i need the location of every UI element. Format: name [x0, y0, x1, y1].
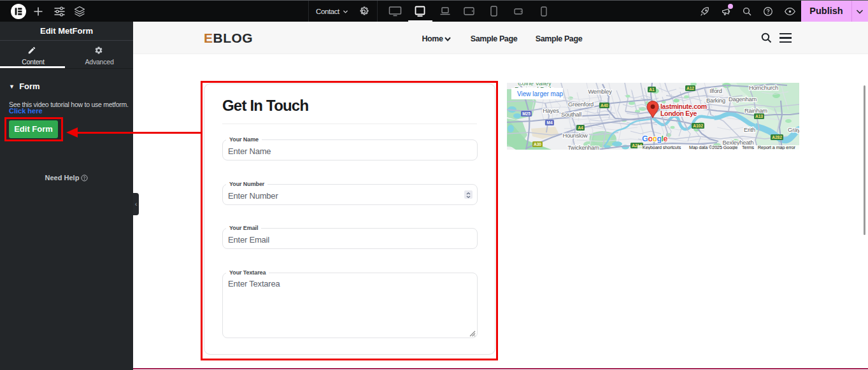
- svg-text:Terms: Terms: [742, 145, 755, 150]
- svg-text:Twickenham: Twickenham: [567, 145, 599, 150]
- svg-text:Greenford: Greenford: [568, 101, 594, 108]
- svg-text:M4: M4: [546, 120, 552, 125]
- svg-text:A12: A12: [687, 86, 694, 90]
- svg-text:A13: A13: [755, 114, 763, 118]
- svg-text:A1: A1: [649, 87, 655, 92]
- svg-text:Ilford: Ilford: [709, 88, 722, 94]
- svg-text:e: e: [664, 134, 668, 143]
- svg-text:A40: A40: [601, 103, 608, 108]
- svg-text:Rainham: Rainham: [744, 108, 767, 114]
- svg-text:A30: A30: [534, 142, 541, 146]
- svg-text:M25: M25: [522, 111, 530, 116]
- svg-text:Dagenham: Dagenham: [729, 96, 757, 103]
- svg-text:G: G: [642, 134, 648, 143]
- svg-text:Hornchurch: Hornchurch: [749, 85, 778, 91]
- svg-text:Report a map error: Report a map error: [758, 145, 796, 150]
- svg-text:Barking: Barking: [706, 97, 725, 104]
- svg-text:Map data ©2025 Google: Map data ©2025 Google: [689, 145, 737, 150]
- svg-text:A282: A282: [772, 135, 782, 139]
- svg-text:Grays: Grays: [788, 127, 799, 133]
- svg-text:Erith: Erith: [744, 127, 755, 133]
- svg-text:View larger map: View larger map: [517, 90, 564, 97]
- svg-text:Wembley: Wembley: [588, 89, 612, 95]
- svg-text:A102: A102: [693, 124, 703, 128]
- svg-text:Keyboard shortcuts: Keyboard shortcuts: [643, 145, 681, 150]
- svg-text:London Eye: London Eye: [660, 110, 697, 117]
- svg-text:Hayes: Hayes: [543, 108, 559, 114]
- svg-text:Hounslow: Hounslow: [562, 132, 588, 139]
- svg-text:Southall: Southall: [561, 111, 581, 118]
- svg-text:A4: A4: [578, 125, 583, 130]
